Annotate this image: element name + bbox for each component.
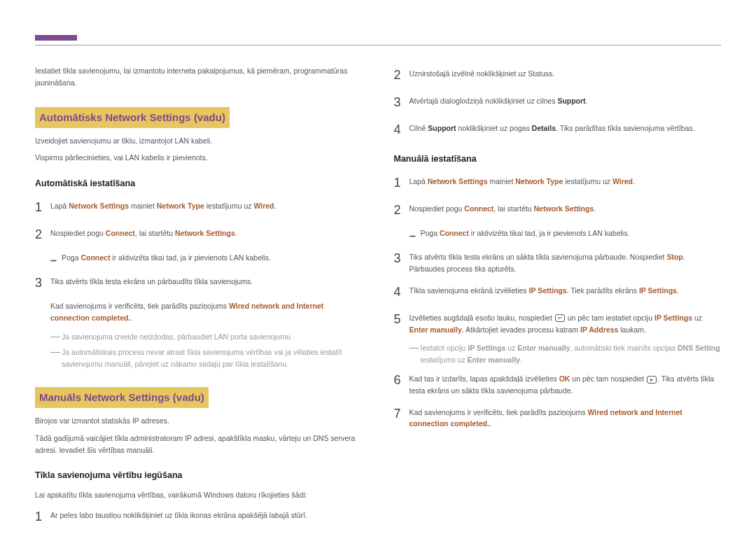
step-text: Uznirstošajā izvēlnē noklikšķiniet uz St…	[410, 65, 722, 80]
note-line: ― Ja savienojuma izveide neizdodas, pārb…	[50, 331, 363, 343]
right-column: 2 Uznirstošajā izvēlnē noklikšķiniet uz …	[394, 65, 722, 534]
step-item: 7 Kad savienojums ir verificēts, tiek pa…	[394, 404, 722, 430]
intro-paragraph: Iestatiet tīkla savienojumu, lai izmanto…	[35, 65, 363, 89]
step-number: 3	[35, 273, 50, 293]
step-number: 3	[394, 92, 410, 113]
step-number: 1	[35, 197, 50, 218]
note-text: Ja automātiskais process nevar atrast tī…	[62, 346, 363, 370]
section-heading-auto: Automātisks Network Settings (vadu)	[35, 107, 230, 128]
content-columns: Iestatiet tīkla savienojumu, lai izmanto…	[35, 65, 721, 534]
step-text: Tiks atvērts tīkla testa ekrāns un sākta…	[410, 248, 722, 275]
step-item: 3 Tiks atvērts tīkla testa ekrāns un pār…	[35, 273, 363, 293]
step-item: 2 Uznirstošajā izvēlnē noklikšķiniet uz …	[394, 65, 722, 85]
step-number: 7	[394, 404, 410, 424]
sub-step: ‒ Poga Connect ir aktivizēta tikai tad, …	[50, 252, 363, 267]
step-text: Tiks atvērts tīkla testa ekrāns un pārba…	[50, 273, 363, 288]
note-dash-icon: ―	[50, 346, 62, 356]
note-text: Iestatot opciju IP Settings uz Enter man…	[421, 342, 722, 366]
step-item: 6 Kad tas ir izdarīts, lapas apakšdaļā i…	[394, 370, 722, 397]
step-text: Lapā Network Settings mainiet Network Ty…	[410, 173, 722, 188]
step-item: 4 Cilnē Support noklikšķiniet uz pogas D…	[394, 120, 722, 140]
sub-heading-obtain: Tīkla savienojuma vērtību iegūšana	[35, 468, 363, 482]
step-item: 3 Tiks atvērts tīkla testa ekrāns un sāk…	[394, 248, 722, 275]
note-dash-icon: ―	[410, 342, 421, 352]
dash-bullet: ‒	[50, 252, 62, 267]
step-item: 3 Atvērtajā dialoglodziņā noklikšķiniet …	[394, 92, 722, 113]
step-text: Kad savienojums ir verificēts, tiek parā…	[410, 404, 722, 430]
step-text: Atvērtajā dialoglodziņā noklikšķiniet uz…	[410, 92, 722, 107]
step-text: Nospiediet pogu Connect, lai startētu Ne…	[410, 200, 722, 215]
body-text: Lai apskatītu tīkla savienojuma vērtības…	[35, 489, 363, 501]
step-text: Lapā Network Settings mainiet Network Ty…	[50, 197, 363, 212]
step-item: 1 Lapā Network Settings mainiet Network …	[394, 173, 722, 193]
enter-button-icon	[555, 314, 565, 322]
sub-step-text: Poga Connect ir aktivizēta tikai tad, ja…	[421, 227, 630, 239]
step-item: 1 Lapā Network Settings mainiet Network …	[35, 197, 363, 218]
dash-bullet: ‒	[410, 227, 421, 243]
step-item: 2 Nospiediet pogu Connect, lai startētu …	[394, 200, 722, 220]
step-number: 2	[394, 65, 410, 85]
body-text: Birojos var izmantot statiskās IP adrese…	[35, 415, 363, 427]
note-text: Ja savienojuma izveide neizdodas, pārbau…	[62, 331, 293, 343]
step-number: 1	[35, 507, 50, 527]
header-accent	[35, 35, 77, 41]
body-text: Vispirms pārliecinieties, vai LAN kabeli…	[35, 152, 363, 164]
note-line: ― Iestatot opciju IP Settings uz Enter m…	[410, 342, 722, 366]
step-text: Ar peles labo taustiņu noklikšķiniet uz …	[50, 507, 363, 521]
step-number: 5	[394, 309, 410, 330]
play-button-icon	[647, 376, 657, 384]
step-text: Kad tas ir izdarīts, lapas apakšdaļā izv…	[410, 370, 722, 397]
step-number: 1	[394, 173, 410, 193]
step-text: Izvēlieties augšdaļā esošo lauku, nospie…	[410, 309, 722, 336]
step-item: 1 Ar peles labo taustiņu noklikšķiniet u…	[35, 507, 363, 527]
step-text: Tīkla savienojuma ekrānā izvēlieties IP …	[410, 282, 722, 297]
step-number: 4	[394, 120, 410, 140]
step-item: 4 Tīkla savienojuma ekrānā izvēlieties I…	[394, 282, 722, 302]
note-line: ― Ja automātiskais process nevar atrast …	[50, 346, 363, 370]
note-dash-icon: ―	[50, 331, 62, 341]
header-rule	[35, 45, 721, 45]
step-text: Nospiediet pogu Connect, lai startētu Ne…	[50, 225, 363, 239]
left-column: Iestatiet tīkla savienojumu, lai izmanto…	[35, 65, 363, 534]
step-text: Cilnē Support noklikšķiniet uz pogas Det…	[410, 120, 722, 134]
step-number: 6	[394, 370, 410, 391]
step-number: 2	[394, 200, 410, 220]
step-item: 5 Izvēlieties augšdaļā esošo lauku, nosp…	[394, 309, 722, 336]
step-number: 4	[394, 282, 410, 302]
section-heading-manual: Manuāls Network Settings (vadu)	[35, 387, 209, 408]
step-item: 2 Nospiediet pogu Connect, lai startētu …	[35, 225, 363, 245]
step-number: 3	[394, 248, 410, 269]
sub-heading-auto-setup: Automātiskā iestatīšana	[35, 176, 363, 190]
body-text: Izveidojiet savienojumu ar tīklu, izmant…	[35, 135, 363, 147]
sub-step-text: Poga Connect ir aktivizēta tikai tad, ja…	[62, 252, 271, 264]
step-continuation: Kad savienojums ir verificēts, tiek parā…	[50, 300, 363, 324]
body-text: Tādā gadījumā vaicājiet tīkla administra…	[35, 433, 363, 456]
sub-heading-manual-setup: Manuālā iestatīšana	[394, 152, 722, 166]
sub-step: ‒ Poga Connect ir aktivizēta tikai tad, …	[410, 227, 722, 243]
step-number: 2	[35, 225, 50, 245]
